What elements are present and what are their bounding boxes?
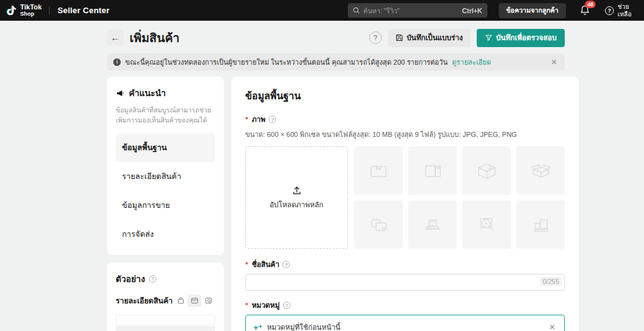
page-title: เพิ่มสินค้า <box>130 28 180 47</box>
category-label: หมวดหมู่ <box>252 300 279 311</box>
required-asterisk: * <box>245 116 248 123</box>
back-button[interactable]: ← <box>107 30 123 46</box>
funnel-icon <box>485 34 492 41</box>
notifications-button[interactable]: 48 <box>580 4 591 17</box>
box-3d-icon <box>474 158 499 183</box>
image-field-label: ภาพ <box>252 114 265 125</box>
back-arrow-icon: ← <box>111 33 119 43</box>
product-name-label: ชื่อสินค้า <box>252 259 279 270</box>
upload-main-image-dropzone[interactable]: อัปโหลดภาพหลัก <box>245 146 348 249</box>
preview-help-icon[interactable]: ? <box>149 275 157 283</box>
guide-card: คำแนะนำ ข้อมูลสินค้าที่สมบูรณ์สามารถช่วย… <box>107 77 224 255</box>
save-for-review-button[interactable]: บันทึกเพื่อตรวจสอบ <box>477 29 565 47</box>
box-sizes-icon <box>528 212 553 237</box>
search-shortcut-hint: Ctrl+K <box>462 7 482 14</box>
required-asterisk: * <box>245 301 248 309</box>
search-input[interactable] <box>364 7 458 14</box>
notification-count-badge: 48 <box>585 1 596 8</box>
image-slot <box>354 146 402 195</box>
image-help-icon[interactable]: ? <box>269 116 276 123</box>
image-requirements: ขนาด: 600 × 600 พิกเซล ขนาดไฟล์สูงสุด: 1… <box>245 129 565 140</box>
box-open-icon <box>528 158 553 183</box>
logo-word-shop: Shop <box>20 11 42 17</box>
sidebar-item-product-details[interactable]: รายละเอียดสินค้า <box>116 162 215 191</box>
image-slot <box>354 200 402 249</box>
name-help-icon[interactable]: ? <box>282 261 290 268</box>
global-search[interactable]: Ctrl+K <box>348 3 487 18</box>
help-label: ช่วยเหลือ <box>618 3 635 18</box>
preview-subtitle: รายละเอียดสินค้า <box>116 295 174 307</box>
char-counter: 0/255 <box>540 277 562 286</box>
page-header: ← เพิ่มสินค้า ? บันทึกเป็นแบบร่าง บันทึก… <box>107 28 565 47</box>
image-slot <box>462 146 511 195</box>
image-slot-grid <box>354 146 565 249</box>
required-asterisk: * <box>245 261 248 268</box>
preview-title-placeholder <box>116 315 215 325</box>
image-slot <box>408 200 457 249</box>
image-slot <box>462 200 511 249</box>
banner-close-button[interactable]: ✕ <box>550 58 558 67</box>
box-display-icon <box>420 212 445 237</box>
sidebar-item-sales-info[interactable]: ข้อมูลการขาย <box>116 191 215 220</box>
preview-card: ตัวอย่าง ? รายละเอียดสินค้า <box>107 263 224 331</box>
help-button[interactable]: ? ช่วยเหลือ <box>605 3 635 18</box>
preview-title: ตัวอย่าง <box>116 272 145 286</box>
upload-label: อัปโหลดภาพหลัก <box>270 199 324 210</box>
logo-word-tiktok: TikTok <box>20 4 42 11</box>
preview-image-placeholder <box>116 326 215 331</box>
category-suggestion-title: หมวดหมู่ที่ใช้ก่อนหน้านี้ <box>267 322 543 331</box>
topbar: TikTok Shop Seller Center Ctrl+K ข้อความ… <box>0 0 644 21</box>
sparkle-plus-icon: +⁺ <box>253 323 262 331</box>
upload-icon <box>292 185 302 195</box>
banner-details-link[interactable]: ดูรายละเอียด <box>452 57 491 68</box>
product-name-input[interactable] <box>245 274 565 291</box>
customer-messages-button[interactable]: ข้อความจากลูกค้า <box>499 3 566 18</box>
save-icon <box>396 34 403 41</box>
box-side-icon <box>420 158 445 183</box>
left-column: คำแนะนำ ข้อมูลสินค้าที่สมบูรณ์สามารถช่วย… <box>107 77 224 331</box>
basic-info-card: ข้อมูลพื้นฐาน * ภาพ ? ขนาด: 600 × 600 พิ… <box>231 77 579 331</box>
tiktok-note-icon <box>6 5 17 16</box>
category-suggestion-close-button[interactable]: ✕ <box>548 323 557 331</box>
app-title: Seller Center <box>57 6 109 15</box>
category-help-icon[interactable]: ? <box>283 301 291 309</box>
page-content: ← เพิ่มสินค้า ? บันทึกเป็นแบบร่าง บันทึก… <box>0 21 644 331</box>
new-seller-banner: i ขณะนี้คุณอยู่ในช่วงทดลองการเป็นผู้ขายร… <box>107 53 565 70</box>
sidebar-item-shipping[interactable]: การจัดส่ง <box>116 220 215 249</box>
image-slot <box>408 146 457 195</box>
box-double-icon <box>366 212 391 237</box>
box-zoom-icon <box>474 212 499 237</box>
guide-title: คำแนะนำ <box>129 86 166 100</box>
megaphone-icon <box>116 89 125 97</box>
card-view-icon[interactable] <box>187 295 201 307</box>
bag-icon[interactable] <box>174 295 187 307</box>
info-icon: i <box>113 58 121 66</box>
page-help-button[interactable]: ? <box>369 31 382 44</box>
category-suggestion-box: +⁺ หมวดหมู่ที่ใช้ก่อนหน้านี้ ✕ เครื่องปร… <box>245 315 565 331</box>
page-preview-icon[interactable] <box>201 295 215 307</box>
search-icon <box>353 7 360 14</box>
question-circle-icon: ? <box>605 6 614 15</box>
sidebar-item-basic-info[interactable]: ข้อมูลพื้นฐาน <box>116 133 215 162</box>
image-slot <box>516 200 565 249</box>
section-title: ข้อมูลพื้นฐาน <box>245 88 565 104</box>
save-draft-button[interactable]: บันทึกเป็นแบบร่าง <box>388 29 470 47</box>
guide-description: ข้อมูลสินค้าที่สมบูรณ์สามารถช่วยเพิ่มการ… <box>116 105 215 126</box>
image-slot <box>516 146 565 195</box>
tiktok-shop-logo[interactable]: TikTok Shop <box>6 4 42 17</box>
banner-text: ขณะนี้คุณอยู่ในช่วงทดลองการเป็นผู้ขายราย… <box>125 57 448 68</box>
topbar-divider <box>49 6 50 15</box>
box-front-icon <box>366 158 391 183</box>
